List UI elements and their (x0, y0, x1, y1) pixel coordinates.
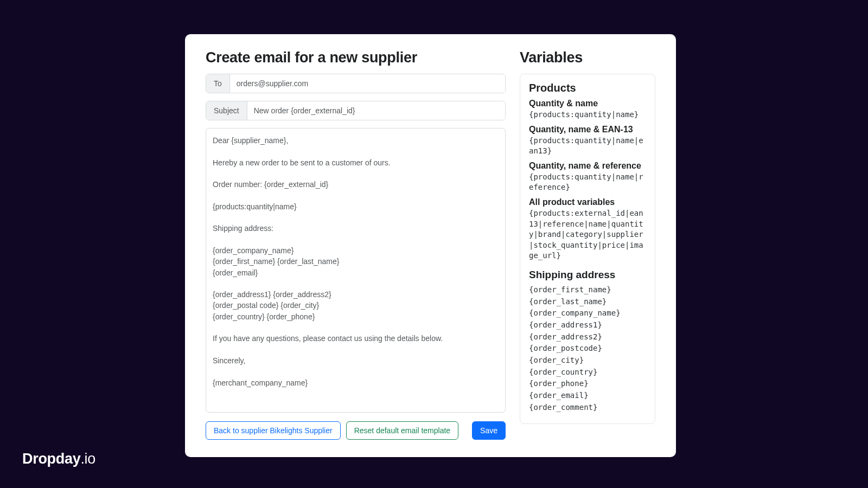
var-group-code: {products:quantity|name} (529, 110, 646, 120)
email-template-card: Create email for a new supplier To Subje… (185, 34, 676, 457)
var-group-code: {products:quantity|name|ean13} (529, 136, 646, 157)
variables-panel: Products Quantity & name {products:quant… (520, 74, 655, 424)
page-title: Create email for a new supplier (206, 49, 506, 66)
back-to-supplier-button[interactable]: Back to supplier Bikelights Supplier (206, 421, 341, 440)
var-group-label: Quantity, name & reference (529, 161, 646, 171)
shipping-vars-list: {order_first_name} {order_last_name} {or… (529, 284, 646, 414)
subject-input[interactable] (247, 101, 505, 120)
subject-label: Subject (206, 101, 247, 120)
products-heading: Products (529, 82, 646, 94)
var-group-code: {products:quantity|name|reference} (529, 172, 646, 193)
save-button[interactable]: Save (472, 421, 506, 440)
subject-row: Subject (206, 101, 506, 120)
brand-logo: Dropday.io (22, 451, 95, 467)
var-group-label: Quantity & name (529, 99, 646, 108)
brand-thin: .io (80, 451, 95, 467)
email-form: Create email for a new supplier To Subje… (206, 49, 506, 440)
to-input[interactable] (230, 74, 505, 93)
var-group-code: {products:external_id|ean13|reference|na… (529, 208, 646, 261)
var-group-label: All product variables (529, 197, 646, 207)
variables-title: Variables (520, 49, 655, 66)
brand-bold: Dropday (22, 451, 80, 467)
to-row: To (206, 74, 506, 93)
to-label: To (206, 74, 230, 93)
reset-template-button[interactable]: Reset default email template (346, 421, 458, 440)
var-group-label: Quantity, name & EAN-13 (529, 125, 646, 134)
button-row: Back to supplier Bikelights Supplier Res… (206, 421, 506, 440)
shipping-heading: Shipping address (529, 269, 646, 281)
variables-column: Variables Products Quantity & name {prod… (520, 49, 655, 440)
email-body-textarea[interactable] (206, 128, 506, 413)
